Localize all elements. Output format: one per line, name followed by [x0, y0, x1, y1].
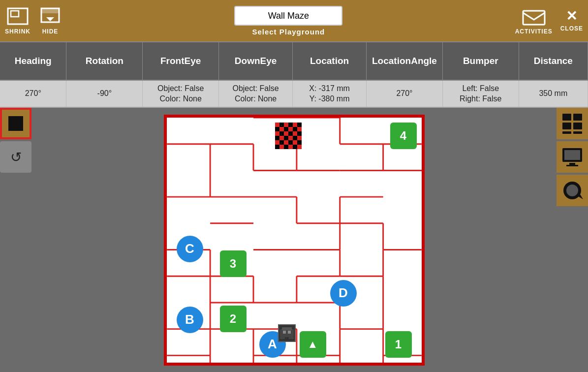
robot-icon: [279, 325, 295, 341]
svg-rect-3: [41, 8, 59, 13]
cell-down-eye: Object: False Color: None: [219, 81, 293, 107]
hide-label: HIDE: [42, 28, 59, 35]
svg-rect-67: [562, 123, 571, 129]
checkerboard-marker: [275, 123, 302, 149]
playground-select[interactable]: Wall Maze Open Field Obstacle Course: [234, 6, 342, 26]
data-table: Heading Rotation FrontEye DownEye Locati…: [0, 41, 588, 108]
svg-rect-73: [569, 163, 575, 165]
reset-button[interactable]: ↺: [0, 141, 31, 173]
hide-button[interactable]: HIDE: [38, 6, 62, 35]
svg-rect-70: [573, 131, 582, 134]
svg-rect-69: [562, 131, 571, 134]
col-location: Location: [293, 42, 367, 80]
marker-B: B: [177, 307, 203, 333]
cell-bumper: Left: False Right: False: [443, 81, 519, 107]
svg-rect-66: [573, 114, 582, 121]
monitor-icon: [561, 146, 583, 168]
shrink-label: SHRINK: [5, 28, 31, 35]
svg-rect-72: [564, 150, 580, 160]
marker-tree: ▲: [300, 331, 326, 358]
paint-button[interactable]: [557, 175, 588, 206]
svg-marker-4: [46, 17, 54, 21]
marker-C: C: [177, 236, 203, 262]
marker-D: D: [330, 280, 357, 307]
svg-rect-65: [562, 114, 571, 121]
col-bumper: Bumper: [443, 42, 519, 80]
cell-front-eye: Object: False Color: None: [143, 81, 219, 107]
svg-rect-74: [566, 165, 578, 166]
col-rotation: Rotation: [66, 42, 143, 80]
select-playground-label: Select Playground: [252, 28, 325, 36]
col-distance: Distance: [519, 42, 588, 80]
svg-rect-5: [523, 11, 545, 25]
svg-rect-63: [280, 337, 285, 339]
activities-button[interactable]: ACTIVITIES: [515, 6, 553, 35]
cell-location: X: -317 mm Y: -380 mm: [293, 81, 367, 107]
black-square-button[interactable]: [0, 108, 31, 139]
svg-rect-62: [288, 331, 291, 334]
grid-icon: [561, 113, 583, 134]
marker-1: 1: [385, 331, 412, 358]
close-label: CLOSE: [560, 25, 583, 32]
monitor-button[interactable]: [557, 141, 588, 173]
svg-rect-68: [573, 123, 582, 129]
close-button[interactable]: ✕ CLOSE: [560, 9, 583, 32]
activities-label: ACTIVITIES: [515, 28, 553, 35]
col-location-angle: LocationAngle: [367, 42, 443, 80]
col-heading: Heading: [0, 42, 66, 80]
shrink-icon: [7, 7, 29, 25]
grid-button[interactable]: [557, 108, 588, 139]
marker-3: 3: [220, 250, 247, 277]
table-data-row: 270° -90° Object: False Color: None Obje…: [0, 81, 588, 108]
paint-icon: [561, 180, 583, 201]
close-x-icon: ✕: [566, 9, 577, 23]
svg-rect-61: [283, 331, 286, 334]
hide-icon: [40, 7, 60, 25]
cell-heading: 270°: [0, 81, 66, 107]
robot: [278, 324, 296, 342]
col-down-eye: DownEye: [219, 42, 293, 80]
activities-icon: [522, 7, 546, 26]
table-header: Heading Rotation FrontEye DownEye Locati…: [0, 41, 588, 81]
left-sidebar: ↺: [0, 108, 31, 173]
svg-point-76: [566, 185, 578, 196]
right-sidebar: [557, 108, 588, 206]
svg-rect-59: [280, 329, 294, 337]
cell-distance: 350 mm: [519, 81, 588, 107]
maze-section: ↺: [0, 108, 588, 372]
svg-rect-60: [282, 327, 292, 330]
maze-canvas: C B A D 4 3 2 1 ▲: [164, 115, 425, 366]
svg-rect-64: [289, 337, 294, 339]
cell-location-angle: 270°: [367, 81, 443, 107]
cell-rotation: -90°: [66, 81, 143, 107]
black-square-icon: [8, 116, 23, 131]
marker-2: 2: [220, 306, 247, 332]
svg-rect-1: [11, 11, 19, 17]
reset-icon: ↺: [10, 149, 22, 165]
shrink-button[interactable]: SHRINK: [5, 6, 31, 35]
marker-4: 4: [390, 123, 417, 149]
topbar: SHRINK HIDE Wall Maze Open: [0, 0, 588, 41]
col-front-eye: FrontEye: [143, 42, 219, 80]
